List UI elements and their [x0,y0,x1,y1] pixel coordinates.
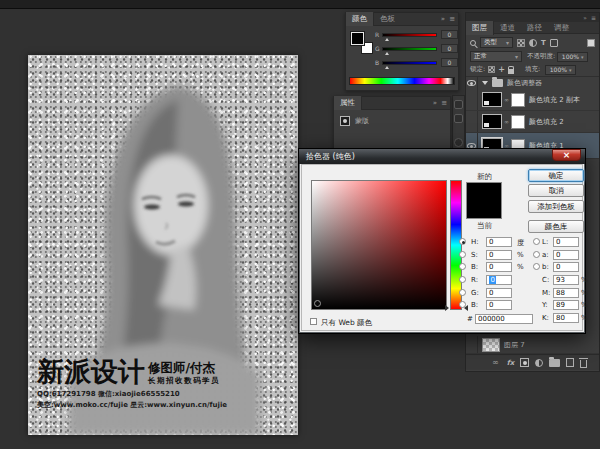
cyan-input[interactable]: 93 [553,275,579,285]
saturation-input[interactable]: 0 [486,250,512,260]
color-picker-dialog: 拾色器 (纯色) × 新的 当前 确定 取消 添加到色板 颜色库 H: 0 度 … [298,148,586,334]
hue-label: H: [471,238,479,246]
blue-radio[interactable] [459,301,466,308]
brightness-radio[interactable] [459,263,466,270]
panel-menu-icon[interactable] [449,15,455,23]
layer-name[interactable]: 颜色填充 2 [529,117,564,127]
hue-slider-arrow-left[interactable] [445,305,449,311]
magenta-input[interactable]: 88 [553,288,579,298]
close-button[interactable]: × [552,149,581,161]
visibility-well[interactable] [466,89,478,110]
saturation-unit: % [517,251,524,259]
visibility-well[interactable] [466,111,478,132]
hex-value: 000000 [478,315,505,323]
group-name[interactable]: 颜色调整器 [507,78,542,88]
green-value[interactable]: 0 [441,44,458,53]
tab-color[interactable]: 颜色 [346,12,374,26]
lab-a-radio[interactable] [533,251,540,258]
lab-b-radio[interactable] [533,263,540,270]
blue-value[interactable]: 0 [441,58,458,67]
red-slider[interactable] [382,33,437,37]
hue-input[interactable]: 0 [486,237,512,247]
layer-row[interactable]: 图层 7 [466,336,599,354]
add-layer-mask-icon[interactable] [520,358,529,367]
collapse-panel-icon[interactable] [433,99,437,107]
add-to-swatches-button[interactable]: 添加到色板 [528,200,584,213]
layer-row[interactable]: 颜色填充 2 [466,111,599,133]
panel-menu-icon[interactable] [591,14,596,21]
cancel-button[interactable]: 取消 [528,184,584,197]
saturation-brightness-field[interactable] [311,180,447,310]
eye-icon[interactable] [467,80,476,86]
foreground-color-swatch[interactable] [351,32,364,45]
yellow-input[interactable]: 89 [553,300,579,310]
collapse-dock-icon[interactable] [583,14,587,21]
filter-shape-layers-icon[interactable] [550,39,558,47]
layer-row[interactable]: 颜色填充 2 副本 [466,89,599,111]
color-spectrum-ramp[interactable] [349,77,455,85]
blue-value: 0 [489,301,493,309]
brightness-input[interactable]: 0 [486,262,512,272]
layer-name[interactable]: 颜色填充 2 副本 [529,95,580,105]
blue-slider[interactable] [382,61,437,65]
green-slider[interactable] [382,47,437,51]
color-libraries-button[interactable]: 颜色库 [528,220,584,233]
filter-type-layers-icon[interactable]: T [541,39,546,47]
collapsed-panel-icon[interactable] [454,100,463,109]
opacity-value[interactable]: 100% [557,52,588,62]
panel-menu-icon[interactable] [441,99,447,107]
web-colors-only-checkbox[interactable] [310,318,317,325]
hue-radio[interactable] [459,238,466,245]
new-layer-icon[interactable] [566,358,574,367]
lab-l-input[interactable]: 0 [553,237,579,247]
fill-value[interactable]: 100% [545,65,576,75]
new-group-icon[interactable] [549,359,560,367]
tab-swatches[interactable]: 色板 [374,12,401,26]
link-layers-icon[interactable] [492,358,499,367]
lab-l-radio[interactable] [533,238,540,245]
filter-adjustment-layers-icon[interactable] [529,39,537,47]
tab-paths[interactable]: 路径 [521,21,548,35]
fill-layer-thumbnail[interactable] [482,92,502,107]
delete-layer-icon[interactable] [580,360,587,368]
lab-a-input[interactable]: 0 [553,250,579,260]
tab-properties[interactable]: 属性 [334,96,362,110]
layer-mask-thumbnail[interactable] [511,93,525,107]
red-value[interactable]: 0 [441,30,458,39]
lock-all-icon[interactable] [508,69,514,74]
blue-input[interactable]: 0 [486,300,512,310]
filter-toggle-icon[interactable] [587,39,595,47]
green-radio[interactable] [459,289,466,296]
transparent-layer-thumbnail[interactable] [482,338,500,352]
layer-style-fx-icon[interactable]: fx [507,359,515,367]
saturation-radio[interactable] [459,251,466,258]
ok-button[interactable]: 确定 [528,169,584,182]
fill-layer-thumbnail[interactable] [482,114,502,129]
layer-name[interactable]: 图层 7 [504,340,525,350]
tab-layers[interactable]: 图层 [466,21,494,35]
hex-input[interactable]: 000000 [475,314,533,324]
lock-transparent-pixels-icon[interactable] [488,66,495,73]
tab-channels[interactable]: 通道 [494,21,521,35]
black-input[interactable]: 80 [553,313,579,323]
collapsed-panel-icon[interactable] [454,114,463,123]
lock-position-icon[interactable]: + [498,66,505,74]
foreground-background-swatches[interactable] [351,32,373,54]
visibility-well[interactable] [466,336,478,353]
filter-pixel-layers-icon[interactable] [517,39,525,47]
lab-b-input[interactable]: 0 [553,262,579,272]
filter-kind-select[interactable]: 类型 [480,37,513,48]
collapsed-panel-icon[interactable] [454,138,463,147]
color-field-cursor[interactable] [314,300,321,307]
new-adjustment-layer-icon[interactable] [535,359,543,367]
red-radio[interactable] [459,276,466,283]
blend-mode-select[interactable]: 正常 [470,51,522,62]
red-input[interactable]: 0 [486,275,512,285]
green-input[interactable]: 0 [486,288,512,298]
collapse-panel-icon[interactable] [441,15,445,23]
color-panel: 颜色 色板 R 0 G 0 B 0 [345,12,459,91]
group-expand-arrow-icon[interactable] [482,81,488,85]
layer-mask-thumbnail[interactable] [511,115,525,129]
tab-adjustments[interactable]: 调整 [548,21,575,35]
dialog-titlebar[interactable]: 拾色器 (纯色) [299,149,585,164]
